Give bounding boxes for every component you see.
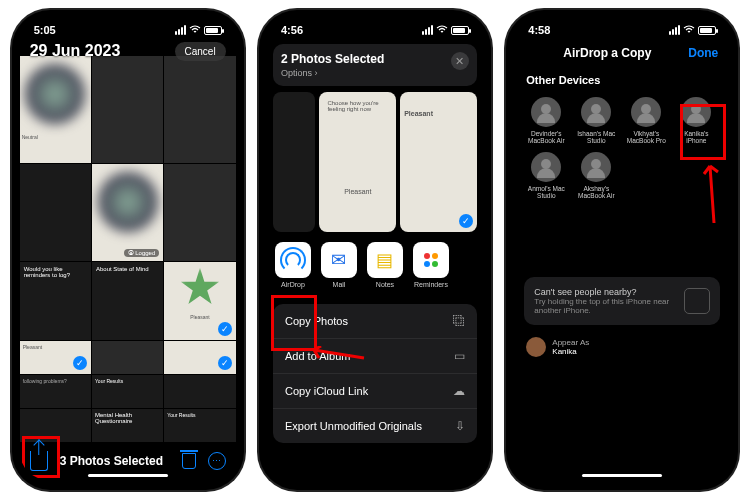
check-icon: ✓: [218, 322, 232, 336]
notch: [325, 10, 425, 30]
photo-thumb[interactable]: [92, 341, 163, 374]
share-actions: Copy Photos⿻ Add to Album▭ Copy iCloud L…: [273, 304, 477, 443]
photo-thumb[interactable]: ✓: [164, 341, 235, 374]
photo-thumb[interactable]: following problems?: [20, 375, 91, 408]
airdrop-device[interactable]: Kanika's iPhone: [672, 94, 720, 147]
phone-2: 4:56 2 Photos Selected Options › ✕ Choos…: [259, 10, 491, 490]
action-copy-photos[interactable]: Copy Photos⿻: [273, 304, 477, 339]
wifi-icon: [189, 25, 201, 35]
clock: 4:58: [528, 24, 550, 36]
photo-thumb[interactable]: ⦿ Logged: [92, 164, 163, 261]
avatar-icon: [581, 152, 611, 182]
cancel-button[interactable]: Cancel: [175, 42, 226, 61]
close-icon[interactable]: ✕: [451, 52, 469, 70]
wifi-icon: [683, 25, 695, 35]
phone-3: 4:58 AirDrop a Copy Done Other Devices D…: [506, 10, 738, 490]
check-icon: ✓: [459, 214, 473, 228]
photo-thumb[interactable]: [20, 164, 91, 261]
battery-icon: [204, 26, 222, 35]
phone-1: 5:05 29 Jun 2023 Cancel Neutral ⦿ Logged…: [12, 10, 244, 490]
preview-thumb[interactable]: Pleasant ✓: [400, 92, 477, 232]
app-airdrop[interactable]: AirDrop: [275, 242, 311, 288]
photo-thumb[interactable]: Would you like reminders to log?: [20, 262, 91, 341]
photo-grid: Neutral ⦿ Logged Would you like reminder…: [20, 38, 236, 448]
reminders-icon: [413, 242, 449, 278]
sheet-title: 2 Photos Selected: [281, 52, 469, 66]
photo-thumb[interactable]: Pleasant✓: [164, 262, 235, 341]
home-indicator[interactable]: [582, 474, 662, 477]
album-icon: ▭: [454, 349, 465, 363]
photo-thumb[interactable]: Your Results: [92, 375, 163, 408]
device-grid: Devinder's MacBook Air Ishaan's Mac Stud…: [514, 90, 730, 207]
hint-title: Can't see people nearby?: [534, 287, 676, 297]
clock: 4:56: [281, 24, 303, 36]
action-export[interactable]: Export Unmodified Originals⇩: [273, 409, 477, 443]
section-header: Other Devices: [514, 68, 730, 90]
battery-icon: [698, 26, 716, 35]
airdrop-header: AirDrop a Copy Done: [514, 38, 730, 68]
airdrop-device[interactable]: Ishaan's Mac Studio: [572, 94, 620, 147]
svg-point-2: [424, 261, 430, 267]
done-button[interactable]: Done: [688, 46, 718, 60]
svg-point-1: [432, 253, 438, 259]
cloud-icon: ☁: [453, 384, 465, 398]
photo-thumb[interactable]: Pleasant✓: [20, 341, 91, 374]
copy-icon: ⿻: [453, 314, 465, 328]
photo-thumb[interactable]: About State of Mind: [92, 262, 163, 341]
app-notes[interactable]: ▤Notes: [367, 242, 403, 288]
mail-icon: ✉: [321, 242, 357, 278]
hint-body: Try holding the top of this iPhone near …: [534, 297, 676, 315]
photo-thumb[interactable]: [164, 375, 235, 408]
battery-icon: [451, 26, 469, 35]
user-avatar: [526, 337, 546, 357]
avatar-icon: [531, 152, 561, 182]
trash-icon[interactable]: [182, 453, 196, 469]
photo-thumb[interactable]: [164, 164, 235, 261]
nearby-hint: Can't see people nearby? Try holding the…: [524, 277, 720, 325]
appear-as-row[interactable]: Appear As Kanika: [514, 331, 730, 363]
airdrop-title: AirDrop a Copy: [563, 46, 651, 60]
more-icon[interactable]: ⋯: [208, 452, 226, 470]
notch: [572, 10, 672, 30]
preview-thumb[interactable]: Choose how you're feeling right now Plea…: [319, 92, 396, 232]
airdrop-icon: [275, 242, 311, 278]
photo-thumb[interactable]: [164, 56, 235, 163]
wifi-icon: [436, 25, 448, 35]
avatar-icon: [681, 97, 711, 127]
airdrop-device[interactable]: Anmol's Mac Studio: [522, 149, 570, 202]
export-icon: ⇩: [455, 419, 465, 433]
share-sheet-header: 2 Photos Selected Options › ✕: [273, 44, 477, 86]
check-icon: ✓: [73, 356, 87, 370]
photo-thumb[interactable]: [92, 56, 163, 163]
svg-point-3: [432, 261, 438, 267]
notes-icon: ▤: [367, 242, 403, 278]
photo-thumb[interactable]: Neutral: [20, 56, 91, 163]
app-reminders[interactable]: Reminders: [413, 242, 449, 288]
phones-icon: [684, 288, 710, 314]
share-icon[interactable]: [30, 451, 48, 471]
selection-count: 3 Photos Selected: [60, 454, 170, 468]
home-indicator[interactable]: [88, 474, 168, 477]
airdrop-device[interactable]: Akshay's MacBook Air: [572, 149, 620, 202]
preview-thumb[interactable]: [273, 92, 315, 232]
svg-point-0: [424, 253, 430, 259]
share-apps-row: AirDrop ✉Mail ▤Notes Reminders: [267, 232, 483, 298]
check-icon: ✓: [218, 356, 232, 370]
options-button[interactable]: Options ›: [281, 68, 469, 78]
action-icloud-link[interactable]: Copy iCloud Link☁: [273, 374, 477, 409]
app-mail[interactable]: ✉Mail: [321, 242, 357, 288]
avatar-icon: [581, 97, 611, 127]
notch: [78, 10, 178, 30]
action-add-album[interactable]: Add to Album▭: [273, 339, 477, 374]
avatar-icon: [631, 97, 661, 127]
photo-previews: Choose how you're feeling right now Plea…: [273, 92, 477, 232]
clock: 5:05: [34, 24, 56, 36]
airdrop-device[interactable]: Vikhyat's MacBook Pro: [622, 94, 670, 147]
airdrop-device[interactable]: Devinder's MacBook Air: [522, 94, 570, 147]
date-heading: 29 Jun 2023: [30, 42, 121, 60]
avatar-icon: [531, 97, 561, 127]
